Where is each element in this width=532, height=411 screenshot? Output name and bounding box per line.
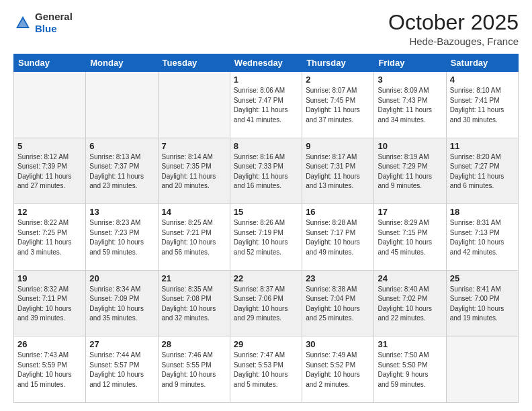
day-info: Sunrise: 8:22 AMSunset: 7:25 PMDaylight:… [17,218,82,257]
day-number: 11 [450,141,515,151]
calendar-cell: 3Sunrise: 8:09 AMSunset: 7:43 PMDaylight… [374,72,446,138]
location-title: Hede-Bazouges, France [388,36,519,47]
day-info: Sunrise: 8:09 AMSunset: 7:43 PMDaylight:… [378,86,442,125]
day-number: 20 [89,273,154,283]
day-header-monday: Monday [86,54,158,72]
day-info: Sunrise: 8:19 AMSunset: 7:29 PMDaylight:… [378,152,442,191]
day-info: Sunrise: 8:38 AMSunset: 7:04 PMDaylight:… [306,285,370,324]
day-number: 6 [89,141,154,151]
header: General Blue October 2025 Hede-Bazouges,… [13,11,519,47]
calendar-cell: 29Sunrise: 7:47 AMSunset: 5:53 PMDayligh… [230,336,302,403]
day-info: Sunrise: 8:32 AMSunset: 7:11 PMDaylight:… [17,285,82,324]
day-number: 17 [378,207,442,217]
day-info: Sunrise: 8:17 AMSunset: 7:31 PMDaylight:… [306,152,370,191]
day-number: 25 [450,273,515,283]
calendar-cell: 15Sunrise: 8:26 AMSunset: 7:19 PMDayligh… [230,204,302,271]
day-number: 12 [17,207,82,217]
calendar-table: SundayMondayTuesdayWednesdayThursdayFrid… [13,54,519,403]
day-header-friday: Friday [374,54,446,72]
day-header-thursday: Thursday [302,54,374,72]
day-info: Sunrise: 8:14 AMSunset: 7:35 PMDaylight:… [162,152,226,191]
calendar-cell: 11Sunrise: 8:20 AMSunset: 7:27 PMDayligh… [446,138,518,204]
calendar-cell: 18Sunrise: 8:31 AMSunset: 7:13 PMDayligh… [446,204,518,271]
day-number: 19 [17,273,82,283]
day-number: 7 [162,141,226,151]
day-info: Sunrise: 8:41 AMSunset: 7:00 PMDaylight:… [450,285,515,324]
day-info: Sunrise: 8:31 AMSunset: 7:13 PMDaylight:… [450,218,515,257]
calendar-cell: 7Sunrise: 8:14 AMSunset: 7:35 PMDaylight… [158,138,230,204]
calendar-week-row: 12Sunrise: 8:22 AMSunset: 7:25 PMDayligh… [14,204,519,271]
day-info: Sunrise: 8:37 AMSunset: 7:06 PMDaylight:… [234,285,298,324]
day-number: 8 [234,141,298,151]
calendar-cell: 28Sunrise: 7:46 AMSunset: 5:55 PMDayligh… [158,336,230,403]
day-info: Sunrise: 7:49 AMSunset: 5:52 PMDaylight:… [306,351,370,390]
day-header-wednesday: Wednesday [230,54,302,72]
day-number: 14 [162,207,226,217]
day-info: Sunrise: 7:46 AMSunset: 5:55 PMDaylight:… [162,351,226,390]
day-number: 10 [378,141,442,151]
calendar-cell: 10Sunrise: 8:19 AMSunset: 7:29 PMDayligh… [374,138,446,204]
logo: General Blue [13,11,73,35]
day-info: Sunrise: 8:26 AMSunset: 7:19 PMDaylight:… [234,218,298,257]
calendar-cell: 5Sunrise: 8:12 AMSunset: 7:39 PMDaylight… [14,138,86,204]
day-header-saturday: Saturday [446,54,518,72]
logo-icon [13,13,32,32]
day-info: Sunrise: 8:29 AMSunset: 7:15 PMDaylight:… [378,218,442,257]
calendar-week-row: 1Sunrise: 8:06 AMSunset: 7:47 PMDaylight… [14,72,519,138]
logo-text: General Blue [35,11,73,35]
day-info: Sunrise: 7:47 AMSunset: 5:53 PMDaylight:… [234,351,298,390]
day-info: Sunrise: 8:10 AMSunset: 7:41 PMDaylight:… [450,86,515,125]
day-info: Sunrise: 8:23 AMSunset: 7:23 PMDaylight:… [89,218,154,257]
day-header-sunday: Sunday [14,54,86,72]
calendar-cell: 23Sunrise: 8:38 AMSunset: 7:04 PMDayligh… [302,270,374,336]
day-number: 28 [162,339,226,349]
day-info: Sunrise: 7:43 AMSunset: 5:59 PMDaylight:… [17,351,82,390]
day-number: 27 [89,339,154,349]
day-number: 30 [306,339,370,349]
day-info: Sunrise: 8:25 AMSunset: 7:21 PMDaylight:… [162,218,226,257]
calendar-week-row: 19Sunrise: 8:32 AMSunset: 7:11 PMDayligh… [14,270,519,336]
day-number: 31 [378,339,442,349]
calendar-cell: 31Sunrise: 7:50 AMSunset: 5:50 PMDayligh… [374,336,446,403]
calendar-cell: 20Sunrise: 8:34 AMSunset: 7:09 PMDayligh… [86,270,158,336]
day-number: 23 [306,273,370,283]
calendar-cell: 9Sunrise: 8:17 AMSunset: 7:31 PMDaylight… [302,138,374,204]
title-block: October 2025 Hede-Bazouges, France [388,11,519,47]
day-info: Sunrise: 8:40 AMSunset: 7:02 PMDaylight:… [378,285,442,324]
day-number: 21 [162,273,226,283]
day-number: 22 [234,273,298,283]
day-info: Sunrise: 8:16 AMSunset: 7:33 PMDaylight:… [234,152,298,191]
calendar-header-row: SundayMondayTuesdayWednesdayThursdayFrid… [14,54,519,72]
day-number: 16 [306,207,370,217]
day-info: Sunrise: 8:20 AMSunset: 7:27 PMDaylight:… [450,152,515,191]
calendar-cell: 8Sunrise: 8:16 AMSunset: 7:33 PMDaylight… [230,138,302,204]
calendar-cell [446,336,518,403]
day-info: Sunrise: 8:06 AMSunset: 7:47 PMDaylight:… [234,86,298,125]
day-number: 9 [306,141,370,151]
day-number: 15 [234,207,298,217]
day-number: 26 [17,339,82,349]
calendar-cell: 2Sunrise: 8:07 AMSunset: 7:45 PMDaylight… [302,72,374,138]
day-header-tuesday: Tuesday [158,54,230,72]
day-info: Sunrise: 8:28 AMSunset: 7:17 PMDaylight:… [306,218,370,257]
calendar-cell: 30Sunrise: 7:49 AMSunset: 5:52 PMDayligh… [302,336,374,403]
calendar-cell [158,72,230,138]
calendar-cell: 19Sunrise: 8:32 AMSunset: 7:11 PMDayligh… [14,270,86,336]
calendar-cell: 22Sunrise: 8:37 AMSunset: 7:06 PMDayligh… [230,270,302,336]
month-title: October 2025 [388,11,519,34]
calendar-cell: 14Sunrise: 8:25 AMSunset: 7:21 PMDayligh… [158,204,230,271]
day-number: 3 [378,75,442,85]
calendar-cell: 1Sunrise: 8:06 AMSunset: 7:47 PMDaylight… [230,72,302,138]
day-number: 13 [89,207,154,217]
calendar-week-row: 5Sunrise: 8:12 AMSunset: 7:39 PMDaylight… [14,138,519,204]
day-number: 4 [450,75,515,85]
page: General Blue October 2025 Hede-Bazouges,… [0,0,532,411]
calendar-cell: 26Sunrise: 7:43 AMSunset: 5:59 PMDayligh… [14,336,86,403]
day-number: 29 [234,339,298,349]
day-number: 2 [306,75,370,85]
calendar-cell: 16Sunrise: 8:28 AMSunset: 7:17 PMDayligh… [302,204,374,271]
calendar-cell: 13Sunrise: 8:23 AMSunset: 7:23 PMDayligh… [86,204,158,271]
day-info: Sunrise: 8:07 AMSunset: 7:45 PMDaylight:… [306,86,370,125]
calendar-cell: 24Sunrise: 8:40 AMSunset: 7:02 PMDayligh… [374,270,446,336]
calendar-cell: 27Sunrise: 7:44 AMSunset: 5:57 PMDayligh… [86,336,158,403]
